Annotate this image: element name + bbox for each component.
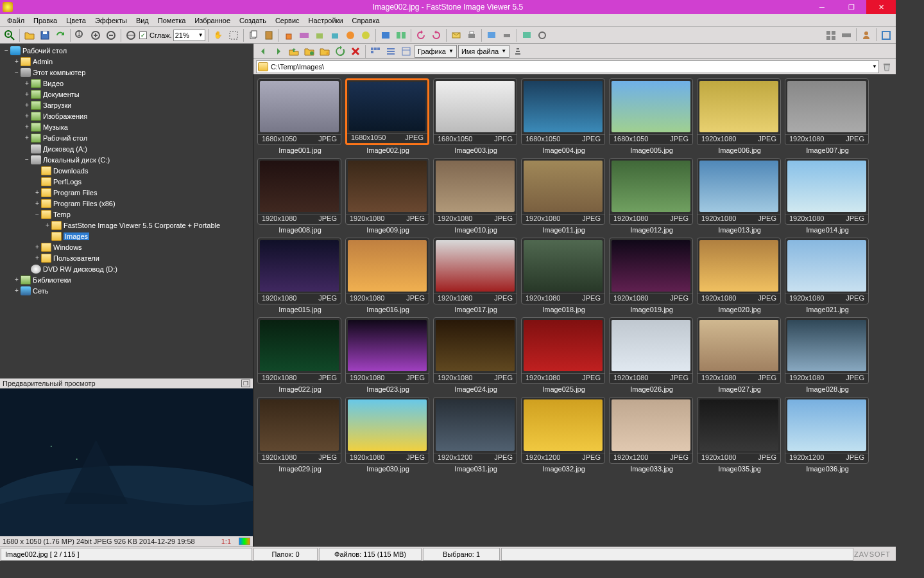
thumbnail[interactable]: 1920x1080JPEGImage011.jpg [521,158,606,234]
thumbnail[interactable]: 1680x1050JPEGImage001.jpg [257,78,343,154]
smooth-checkbox[interactable]: ✓ [139,31,147,39]
minimize-button[interactable]: ─ [807,0,837,14]
tree-twisty-icon[interactable]: + [13,287,21,294]
new-folder-icon[interactable] [302,44,316,58]
tree-node[interactable]: DVD RW дисковод (D:) [0,263,253,274]
view-film-icon[interactable] [839,28,853,42]
text-icon[interactable] [359,28,373,42]
zoom-in-icon[interactable] [3,28,17,42]
draw-icon[interactable] [282,28,296,42]
list-mode-icon[interactable] [384,44,398,58]
folder-tree[interactable]: −Рабочий стол+Admin−Этот компьютер+Видео… [0,44,253,378]
tree-twisty-icon[interactable]: + [13,58,21,65]
tree-node[interactable]: +FastStone Image Viewer 5.5 Corporate + … [0,220,253,231]
tree-node[interactable]: +Музыка [0,121,253,132]
menu-файл[interactable]: Файл [3,15,29,26]
tree-node[interactable]: +Библиотеки [0,274,253,285]
thumbnail[interactable]: 1920x1080JPEGImage012.jpg [609,158,694,234]
thumbnail[interactable]: 1920x1080JPEGImage021.jpg [785,238,870,313]
tree-twisty-icon[interactable]: + [33,254,41,261]
sort-asc-icon[interactable] [511,44,525,58]
tree-node[interactable]: Дисковод (A:) [0,143,253,154]
tree-node[interactable]: Downloads [0,165,253,176]
tree-node[interactable]: +Видео [0,78,253,89]
sort-combo[interactable]: Имя файла▼ [458,45,509,58]
menu-справка[interactable]: Справка [348,15,384,26]
thumbnail[interactable]: 1920x1080JPEGImage006.jpg [697,78,782,154]
close-button[interactable]: ✕ [866,0,896,14]
thumbnail-pane[interactable]: 1680x1050JPEGImage001.jpg1680x1050JPEGIm… [253,74,896,547]
histogram-icon[interactable] [239,538,250,545]
tree-twisty-icon[interactable]: − [3,47,10,54]
save-icon[interactable] [38,28,52,42]
zoom-plus-icon[interactable] [89,28,103,42]
tree-node[interactable]: +Program Files (x86) [0,198,253,209]
screen-capture-icon[interactable] [484,28,499,42]
thumbnail[interactable]: 1920x1080JPEGImage013.jpg [697,158,782,234]
settings-icon[interactable] [535,28,549,42]
rotate-left-icon[interactable] [414,28,428,42]
tree-twisty-icon[interactable]: + [23,112,31,119]
tree-node[interactable]: +Документы [0,89,253,100]
tree-twisty-icon[interactable]: − [33,211,41,218]
thumbnail[interactable]: 1920x1080JPEGImage020.jpg [697,238,782,313]
thumbnail[interactable]: 1920x1080JPEGImage035.jpg [697,397,782,473]
thumbnail[interactable]: 1920x1080JPEGImage017.jpg [433,238,518,313]
scanner-icon[interactable] [500,28,514,42]
nav-forward-icon[interactable] [271,44,286,58]
thumbnail[interactable]: 1920x1080JPEGImage016.jpg [345,238,431,313]
thumbnail[interactable]: 1920x1080JPEGImage027.jpg [697,317,782,393]
thumbnail[interactable]: 1920x1080JPEGImage029.jpg [257,397,343,473]
tree-node[interactable]: Images [0,231,253,241]
thumbnail[interactable]: 1920x1200JPEGImage033.jpg [609,397,694,473]
thumbnail[interactable]: 1680x1050JPEGImage003.jpg [433,78,518,154]
slideshow-icon[interactable] [379,28,393,42]
tree-node[interactable]: −Локальный диск (C:) [0,154,253,165]
menu-сервис[interactable]: Сервис [271,15,304,26]
thumbnail[interactable]: 1920x1080JPEGImage025.jpg [521,317,606,393]
thumbnail[interactable]: 1920x1080JPEGImage015.jpg [257,238,343,313]
preview-image[interactable] [0,389,253,536]
open-icon[interactable] [22,28,37,42]
tree-twisty-icon[interactable]: + [44,222,51,229]
fav-folder-icon[interactable] [318,44,332,58]
rotate-right-icon[interactable] [429,28,443,42]
thumbnail[interactable]: 1680x1050JPEGImage002.jpg [345,78,431,154]
tree-node[interactable]: +Изображения [0,110,253,121]
tree-twisty-icon[interactable]: + [33,200,41,207]
menu-эффекты[interactable]: Эффекты [90,15,132,26]
menu-избранное[interactable]: Избранное [190,15,235,26]
thumbnail[interactable]: 1920x1080JPEGImage028.jpg [785,317,870,393]
resize-icon[interactable] [297,28,311,42]
tree-twisty-icon[interactable]: + [23,101,31,109]
thumbnail[interactable]: 1920x1080JPEGImage026.jpg [609,317,694,393]
nav-up-icon[interactable] [287,44,301,58]
tree-twisty-icon[interactable]: − [23,156,31,163]
tree-twisty-icon[interactable]: − [13,69,21,76]
tree-node[interactable]: −Temp [0,209,253,220]
tree-node[interactable]: +Program Files [0,187,253,198]
copy-icon[interactable] [246,28,261,42]
menu-цвета[interactable]: Цвета [62,15,90,26]
zoom-level-combo[interactable]: 21%▼ [173,30,205,41]
hand-tool-icon[interactable]: ✋ [211,28,225,42]
tree-node[interactable]: −Рабочий стол [0,45,253,56]
thumbnail[interactable]: 1920x1080JPEGImage014.jpg [785,158,870,234]
refresh-icon[interactable] [333,44,347,58]
detail-mode-icon[interactable] [399,44,413,58]
menu-настройки[interactable]: Настройки [304,15,348,26]
tree-node[interactable]: +Windows [0,241,253,252]
tree-node[interactable]: +Рабочий стол [0,132,253,143]
tree-twisty-icon[interactable]: + [33,189,41,196]
fit-width-icon[interactable] [124,28,138,42]
tree-twisty-icon[interactable]: + [23,80,31,87]
thumbnail[interactable]: 1920x1080JPEGImage008.jpg [257,158,343,234]
tree-node[interactable]: +Сеть [0,285,253,296]
actual-size-icon[interactable]: 1 [73,28,87,42]
trash-icon[interactable] [880,60,893,73]
menu-создать[interactable]: Создать [235,15,271,26]
thumbnail[interactable]: 1920x1080JPEGImage007.jpg [785,78,870,154]
menu-правка[interactable]: Правка [29,15,62,26]
thumbnail[interactable]: 1680x1050JPEGImage004.jpg [521,78,606,154]
thumbnail[interactable]: 1920x1200JPEGImage036.jpg [785,397,870,473]
